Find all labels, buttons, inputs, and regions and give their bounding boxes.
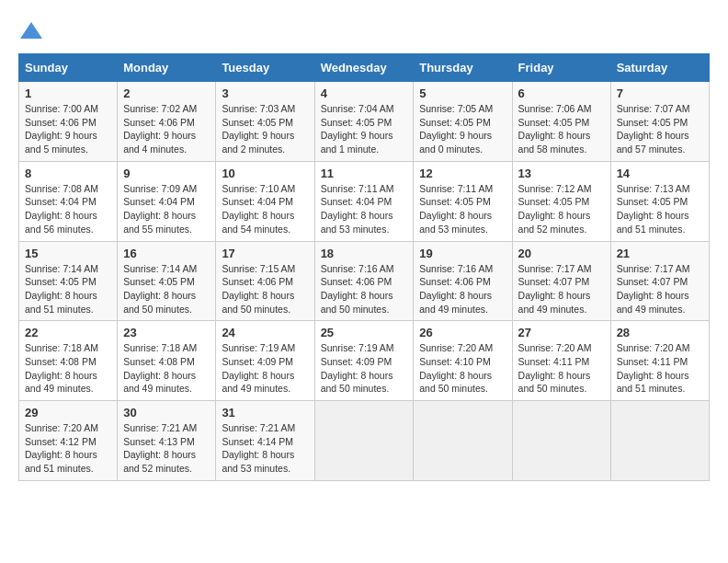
day-info: Sunrise: 7:02 AMSunset: 4:06 PMDaylight:… — [123, 102, 210, 156]
day-cell: 19Sunrise: 7:16 AMSunset: 4:06 PMDayligh… — [414, 241, 512, 321]
day-cell: 4Sunrise: 7:04 AMSunset: 4:05 PMDaylight… — [314, 82, 414, 162]
day-number: 7 — [617, 86, 703, 100]
day-info: Sunrise: 7:13 AMSunset: 4:05 PMDaylight:… — [617, 182, 703, 236]
day-info: Sunrise: 7:20 AMSunset: 4:11 PMDaylight:… — [617, 341, 703, 396]
header-row: SundayMondayTuesdayWednesdayThursdayFrid… — [19, 54, 710, 82]
day-cell: 14Sunrise: 7:13 AMSunset: 4:05 PMDayligh… — [610, 161, 709, 241]
day-info: Sunrise: 7:04 AMSunset: 4:05 PMDaylight:… — [321, 102, 408, 156]
day-info: Sunrise: 7:11 AMSunset: 4:04 PMDaylight:… — [321, 182, 408, 236]
day-number: 17 — [222, 247, 308, 260]
logo-icon — [18, 18, 44, 44]
day-cell: 26Sunrise: 7:20 AMSunset: 4:10 PMDayligh… — [414, 321, 512, 401]
day-cell: 25Sunrise: 7:19 AMSunset: 4:09 PMDayligh… — [314, 321, 414, 401]
col-header-wednesday: Wednesday — [314, 54, 414, 82]
day-cell: 10Sunrise: 7:10 AMSunset: 4:04 PMDayligh… — [216, 161, 314, 241]
day-cell: 27Sunrise: 7:20 AMSunset: 4:11 PMDayligh… — [512, 321, 610, 401]
day-cell — [610, 401, 709, 481]
day-cell: 3Sunrise: 7:03 AMSunset: 4:05 PMDaylight… — [216, 82, 314, 162]
day-cell: 18Sunrise: 7:16 AMSunset: 4:06 PMDayligh… — [314, 241, 414, 321]
day-number: 3 — [222, 86, 308, 100]
day-cell: 16Sunrise: 7:14 AMSunset: 4:05 PMDayligh… — [118, 241, 216, 321]
day-info: Sunrise: 7:16 AMSunset: 4:06 PMDaylight:… — [321, 262, 408, 316]
day-cell: 28Sunrise: 7:20 AMSunset: 4:11 PMDayligh… — [610, 321, 709, 401]
day-cell: 30Sunrise: 7:21 AMSunset: 4:13 PMDayligh… — [118, 401, 216, 481]
day-cell: 7Sunrise: 7:07 AMSunset: 4:05 PMDaylight… — [610, 82, 709, 162]
day-cell: 2Sunrise: 7:02 AMSunset: 4:06 PMDaylight… — [118, 82, 216, 162]
day-number: 2 — [123, 86, 210, 100]
header — [18, 18, 710, 44]
day-number: 30 — [123, 406, 210, 419]
week-row-1: 1Sunrise: 7:00 AMSunset: 4:06 PMDaylight… — [19, 82, 710, 162]
day-cell: 21Sunrise: 7:17 AMSunset: 4:07 PMDayligh… — [610, 241, 709, 321]
day-info: Sunrise: 7:12 AMSunset: 4:05 PMDaylight:… — [518, 182, 605, 236]
day-number: 29 — [25, 406, 111, 419]
day-info: Sunrise: 7:00 AMSunset: 4:06 PMDaylight:… — [25, 102, 111, 156]
day-cell: 22Sunrise: 7:18 AMSunset: 4:08 PMDayligh… — [19, 321, 118, 401]
day-cell: 12Sunrise: 7:11 AMSunset: 4:05 PMDayligh… — [414, 161, 512, 241]
day-info: Sunrise: 7:20 AMSunset: 4:11 PMDaylight:… — [518, 341, 605, 396]
day-info: Sunrise: 7:21 AMSunset: 4:13 PMDaylight:… — [123, 421, 210, 476]
day-info: Sunrise: 7:14 AMSunset: 4:05 PMDaylight:… — [25, 262, 111, 316]
day-info: Sunrise: 7:20 AMSunset: 4:12 PMDaylight:… — [25, 421, 111, 476]
day-number: 11 — [321, 167, 408, 180]
day-number: 22 — [25, 326, 111, 339]
day-info: Sunrise: 7:19 AMSunset: 4:09 PMDaylight:… — [222, 341, 308, 396]
day-info: Sunrise: 7:21 AMSunset: 4:14 PMDaylight:… — [222, 421, 308, 476]
day-info: Sunrise: 7:11 AMSunset: 4:05 PMDaylight:… — [419, 182, 506, 236]
day-number: 23 — [123, 326, 210, 339]
day-cell: 29Sunrise: 7:20 AMSunset: 4:12 PMDayligh… — [19, 401, 118, 481]
day-number: 15 — [25, 247, 111, 260]
col-header-thursday: Thursday — [414, 54, 512, 82]
calendar-table: SundayMondayTuesdayWednesdayThursdayFrid… — [18, 53, 710, 481]
day-cell: 11Sunrise: 7:11 AMSunset: 4:04 PMDayligh… — [314, 161, 414, 241]
day-info: Sunrise: 7:14 AMSunset: 4:05 PMDaylight:… — [123, 262, 210, 316]
day-number: 25 — [321, 326, 408, 339]
day-info: Sunrise: 7:03 AMSunset: 4:05 PMDaylight:… — [222, 102, 308, 156]
day-info: Sunrise: 7:09 AMSunset: 4:04 PMDaylight:… — [123, 182, 210, 236]
day-number: 31 — [222, 406, 308, 419]
day-number: 14 — [617, 167, 703, 180]
day-info: Sunrise: 7:07 AMSunset: 4:05 PMDaylight:… — [617, 102, 703, 156]
svg-marker-0 — [20, 22, 42, 39]
day-info: Sunrise: 7:18 AMSunset: 4:08 PMDaylight:… — [123, 341, 210, 396]
day-cell: 13Sunrise: 7:12 AMSunset: 4:05 PMDayligh… — [512, 161, 610, 241]
day-info: Sunrise: 7:08 AMSunset: 4:04 PMDaylight:… — [25, 182, 111, 236]
day-info: Sunrise: 7:20 AMSunset: 4:10 PMDaylight:… — [419, 341, 506, 396]
day-cell — [512, 401, 610, 481]
day-cell: 6Sunrise: 7:06 AMSunset: 4:05 PMDaylight… — [512, 82, 610, 162]
day-cell: 9Sunrise: 7:09 AMSunset: 4:04 PMDaylight… — [118, 161, 216, 241]
day-cell: 1Sunrise: 7:00 AMSunset: 4:06 PMDaylight… — [19, 82, 118, 162]
day-cell: 23Sunrise: 7:18 AMSunset: 4:08 PMDayligh… — [118, 321, 216, 401]
col-header-sunday: Sunday — [19, 54, 118, 82]
day-number: 5 — [419, 86, 506, 100]
day-cell: 15Sunrise: 7:14 AMSunset: 4:05 PMDayligh… — [19, 241, 118, 321]
day-info: Sunrise: 7:19 AMSunset: 4:09 PMDaylight:… — [321, 341, 408, 396]
day-number: 24 — [222, 326, 308, 339]
day-number: 26 — [419, 326, 506, 339]
day-number: 4 — [321, 86, 408, 100]
col-header-friday: Friday — [512, 54, 610, 82]
week-row-5: 29Sunrise: 7:20 AMSunset: 4:12 PMDayligh… — [19, 401, 710, 481]
col-header-saturday: Saturday — [610, 54, 709, 82]
day-number: 12 — [419, 167, 506, 180]
day-info: Sunrise: 7:16 AMSunset: 4:06 PMDaylight:… — [419, 262, 506, 316]
day-cell: 5Sunrise: 7:05 AMSunset: 4:05 PMDaylight… — [414, 82, 512, 162]
day-number: 16 — [123, 247, 210, 260]
day-number: 20 — [518, 247, 605, 260]
logo — [18, 18, 48, 44]
day-number: 18 — [321, 247, 408, 260]
col-header-tuesday: Tuesday — [216, 54, 314, 82]
week-row-2: 8Sunrise: 7:08 AMSunset: 4:04 PMDaylight… — [19, 161, 710, 241]
week-row-4: 22Sunrise: 7:18 AMSunset: 4:08 PMDayligh… — [19, 321, 710, 401]
day-info: Sunrise: 7:05 AMSunset: 4:05 PMDaylight:… — [419, 102, 506, 156]
day-cell — [314, 401, 414, 481]
day-number: 9 — [123, 167, 210, 180]
day-number: 28 — [617, 326, 703, 339]
day-number: 13 — [518, 167, 605, 180]
day-info: Sunrise: 7:18 AMSunset: 4:08 PMDaylight:… — [25, 341, 111, 396]
day-cell: 20Sunrise: 7:17 AMSunset: 4:07 PMDayligh… — [512, 241, 610, 321]
day-info: Sunrise: 7:17 AMSunset: 4:07 PMDaylight:… — [617, 262, 703, 316]
day-info: Sunrise: 7:15 AMSunset: 4:06 PMDaylight:… — [222, 262, 308, 316]
day-number: 6 — [518, 86, 605, 100]
day-info: Sunrise: 7:17 AMSunset: 4:07 PMDaylight:… — [518, 262, 605, 316]
